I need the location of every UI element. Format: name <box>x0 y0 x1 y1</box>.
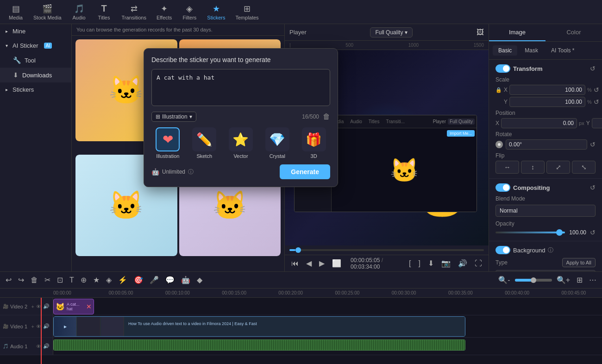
sidebar-item-mine[interactable]: ▸ Mine <box>0 24 71 38</box>
nested-import-media-btn[interactable]: Import Me... <box>447 130 475 137</box>
tl-undo-button[interactable]: ↩ <box>4 275 13 285</box>
toolbar-effects[interactable]: ✦ Effects <box>152 2 176 22</box>
toolbar-stock-media[interactable]: 🎬 Stock Media <box>29 2 66 22</box>
toolbar-audio[interactable]: 🎵 Audio <box>67 2 91 22</box>
tl-effect-button[interactable]: ◈ <box>104 275 113 285</box>
frame-back-button[interactable]: ◀ <box>304 258 314 269</box>
tab-image[interactable]: Image <box>489 24 546 41</box>
skip-back-button[interactable]: ⏮ <box>289 258 301 269</box>
sidebar-item-downloads[interactable]: ⬇ Downloads <box>0 68 71 82</box>
blend-mode-select[interactable]: Normal <box>495 205 596 217</box>
tl-sticker-button[interactable]: ★ <box>91 275 101 285</box>
subtab-basic[interactable]: Basic <box>493 45 517 56</box>
tab-color[interactable]: Color <box>546 24 602 41</box>
tl-ai-button[interactable]: 🤖 <box>179 275 192 285</box>
style-selector[interactable]: ⊞ Illustration ▾ <box>151 112 196 122</box>
sketch-icon-box: ✏️ <box>192 127 216 151</box>
scale-x-input[interactable] <box>509 85 585 95</box>
subtab-mask[interactable]: Mask <box>519 45 544 56</box>
tl-zoom-out-button[interactable]: 🔍- <box>496 275 512 285</box>
sticker-notice: You can browse the generation records fo… <box>72 24 284 36</box>
toolbar-transitions[interactable]: ⇄ Transitions <box>117 2 151 22</box>
video1-clip[interactable]: ▶ How To use Audio driven text to a vide… <box>53 316 465 337</box>
style-vector[interactable]: ⭐ Vector <box>225 127 257 159</box>
apply-all-button[interactable]: Apply to All <box>562 258 596 267</box>
time-display: 00:00:05:05 / 00:03:34:00 <box>351 257 396 270</box>
transform-reset-icon[interactable]: ↺ <box>590 65 596 72</box>
compositing-toggle[interactable] <box>495 183 510 192</box>
tl-zoom-in-button[interactable]: 🔍+ <box>555 275 572 285</box>
play-button[interactable]: ▶ <box>317 258 326 269</box>
sidebar-item-tool[interactable]: 🔧 Tool <box>0 53 71 68</box>
tl-crop-button[interactable]: ⊡ <box>55 275 65 285</box>
track-volume-audio1[interactable]: 🔊 <box>43 343 50 350</box>
opacity-reset[interactable]: ↺ <box>590 229 596 236</box>
mark-out-button[interactable]: ] <box>417 258 422 269</box>
tl-redo-button[interactable]: ↪ <box>16 275 26 285</box>
toolbar-filters[interactable]: ◈ Filters <box>177 2 201 22</box>
tl-more-button[interactable]: ⋯ <box>587 275 598 285</box>
toolbar-templates[interactable]: ⊞ Templates <box>231 2 263 22</box>
tl-stabilize-button[interactable]: 🎯 <box>132 275 145 285</box>
tl-transform-button[interactable]: ⊕ <box>79 275 88 285</box>
tl-caption-button[interactable]: 💬 <box>163 275 176 285</box>
zoom-slider[interactable] <box>515 279 552 282</box>
track-add-video1[interactable]: + <box>31 323 35 330</box>
scale-x-reset[interactable]: ↺ <box>594 86 599 94</box>
track-volume-video2[interactable]: 🔊 <box>43 303 50 310</box>
flip-v-button[interactable]: ↕ <box>521 161 545 174</box>
style-illustration[interactable]: ❤ Illustration <box>151 127 184 159</box>
mark-in-button[interactable]: [ <box>407 258 413 269</box>
tl-delete-button[interactable]: 🗑 <box>29 275 40 285</box>
playhead[interactable] <box>41 298 42 364</box>
pos-y-input[interactable] <box>592 118 602 128</box>
scale-y-reset[interactable]: ↺ <box>594 98 599 106</box>
audio1-clip[interactable] <box>53 339 465 351</box>
clear-button[interactable]: 🗑 <box>323 113 330 121</box>
flip-diag1-button[interactable]: ⤢ <box>546 161 570 174</box>
sidebar-item-stickers[interactable]: ▸ Stickers <box>0 82 71 97</box>
subtab-ai-tools[interactable]: AI Tools * <box>546 45 580 56</box>
preview-progress-bar[interactable] <box>289 249 484 251</box>
sticker-clip[interactable]: 🐱 A cat... hat ✕ <box>53 299 94 314</box>
opacity-slider[interactable] <box>495 229 565 236</box>
fullscreen-button[interactable]: ⛶ <box>473 258 484 269</box>
preview-icon-btn[interactable]: 🖼 <box>477 28 484 37</box>
tl-text-button[interactable]: T <box>68 275 76 285</box>
style-crystal[interactable]: 💎 Crystal <box>261 127 294 159</box>
quality-selector[interactable]: Full Quality ▾ <box>370 27 413 38</box>
style-sketch[interactable]: ✏️ Sketch <box>188 127 221 159</box>
zoom-thumb[interactable] <box>531 277 536 283</box>
flip-h-button[interactable]: ↔ <box>495 161 519 174</box>
volume-button[interactable]: 🔊 <box>456 258 469 269</box>
snapshot-button[interactable]: 📷 <box>439 258 452 269</box>
tl-voice-button[interactable]: 🎤 <box>148 275 161 285</box>
sticker-description-input[interactable]: A cat with a hat <box>151 69 330 106</box>
pos-x-input[interactable] <box>501 118 577 128</box>
rotate-reset[interactable]: ↺ <box>590 141 596 148</box>
scale-y-input[interactable] <box>509 97 585 107</box>
track-volume-video1[interactable]: 🔊 <box>43 323 50 330</box>
preview-progress-thumb[interactable] <box>295 247 301 253</box>
stop-button[interactable]: ⬜ <box>330 258 343 269</box>
track-add-video2[interactable]: + <box>31 303 35 310</box>
tl-grid-button[interactable]: ⊞ <box>575 275 584 285</box>
rotate-input[interactable] <box>506 139 587 150</box>
tl-speed-button[interactable]: ⚡ <box>116 275 129 285</box>
tl-cut-button[interactable]: ✂ <box>43 275 52 285</box>
toolbar-stickers[interactable]: ★ Stickers <box>202 2 230 22</box>
compositing-reset-icon[interactable]: ↺ <box>590 184 596 191</box>
tl-keyframe-button[interactable]: ◆ <box>195 275 204 285</box>
track-video1: 🎥 Video 1 + 👁 🔊 ▶ <box>0 315 602 338</box>
bg-toggle[interactable] <box>495 246 510 254</box>
opacity-thumb[interactable] <box>556 229 563 236</box>
insert-button[interactable]: ⬇ <box>426 258 436 269</box>
flip-diag2-button[interactable]: ⤡ <box>572 161 596 174</box>
transitions-icon: ⇄ <box>131 4 138 14</box>
toolbar-titles[interactable]: T Titles <box>92 1 116 22</box>
sidebar-item-ai-sticker[interactable]: ▾ AI Sticker AI <box>0 38 71 53</box>
transform-toggle[interactable] <box>495 64 510 73</box>
toolbar-media[interactable]: ▤ Media <box>4 2 28 22</box>
generate-button[interactable]: Generate <box>280 164 330 179</box>
style-3d[interactable]: 🎁 3D <box>297 127 330 159</box>
